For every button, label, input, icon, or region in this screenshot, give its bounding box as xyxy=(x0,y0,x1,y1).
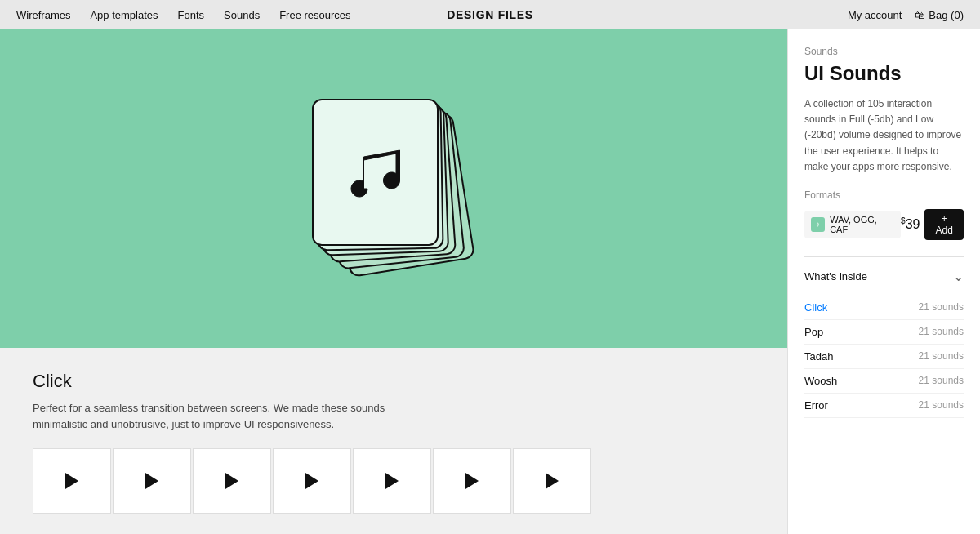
bag-icon: 🛍 xyxy=(915,9,925,21)
play-icon-1 xyxy=(65,473,78,489)
whats-inside-section: What's inside ⌄ Click 21 sounds Pop 21 s… xyxy=(804,256,964,418)
product-price: $39 xyxy=(901,216,920,232)
sound-item-click[interactable]: Click 21 sounds xyxy=(804,296,964,320)
sound-name-woosh: Woosh xyxy=(804,375,837,387)
sound-count-tadah: 21 sounds xyxy=(919,350,964,362)
left-panel: Click Perfect for a seamless transition … xyxy=(0,29,787,534)
brand-logo[interactable]: DESIGN FILES xyxy=(447,8,533,21)
product-title: UI Sounds xyxy=(804,62,964,85)
section-title: Click xyxy=(33,371,755,392)
navbar-right: My account 🛍 Bag (0) xyxy=(848,9,964,21)
player-1[interactable] xyxy=(33,448,111,514)
play-icon-7 xyxy=(546,473,559,489)
music-stack-illustration xyxy=(312,99,475,278)
music-note-icon xyxy=(339,136,412,209)
player-6[interactable] xyxy=(433,448,511,514)
format-music-icon: ♪ xyxy=(811,217,825,232)
player-5[interactable] xyxy=(353,448,431,514)
add-to-bag-button[interactable]: + Add xyxy=(924,209,964,240)
sound-item-error[interactable]: Error 21 sounds xyxy=(804,394,964,418)
sound-item-pop[interactable]: Pop 21 sounds xyxy=(804,320,964,345)
format-row: ♪ WAV, OGG, CAF $39 + Add xyxy=(804,209,964,240)
sound-name-click: Click xyxy=(804,301,827,314)
player-2[interactable] xyxy=(113,448,191,514)
bag-button[interactable]: 🛍 Bag (0) xyxy=(915,9,964,21)
section-description: Perfect for a seamless transition betwee… xyxy=(33,400,441,432)
nav-sounds[interactable]: Sounds xyxy=(224,9,260,21)
nav-app-templates[interactable]: App templates xyxy=(90,9,158,21)
sound-item-tadah[interactable]: Tadah 21 sounds xyxy=(804,345,964,369)
sound-name-error: Error xyxy=(804,399,828,412)
hero-area xyxy=(0,29,787,348)
play-icon-4 xyxy=(305,473,318,489)
sound-count-woosh: 21 sounds xyxy=(919,375,964,386)
players-row xyxy=(33,448,755,514)
product-category: Sounds xyxy=(804,46,964,57)
play-icon-6 xyxy=(466,473,479,489)
play-icon-2 xyxy=(145,473,158,489)
sound-count-pop: 21 sounds xyxy=(919,326,964,337)
navbar: Wireframes App templates Fonts Sounds Fr… xyxy=(0,0,980,29)
formats-label: Formats xyxy=(804,189,964,201)
page-layout: Click Perfect for a seamless transition … xyxy=(0,29,980,534)
whats-inside-title: What's inside xyxy=(804,270,867,283)
sound-item-woosh[interactable]: Woosh 21 sounds xyxy=(804,369,964,394)
price-add-area: $39 + Add xyxy=(901,209,964,240)
format-name: WAV, OGG, CAF xyxy=(830,215,894,234)
sound-count-click: 21 sounds xyxy=(919,301,964,313)
product-description: A collection of 105 interaction sounds i… xyxy=(804,96,964,175)
sound-count-error: 21 sounds xyxy=(919,399,964,411)
whats-inside-header: What's inside ⌄ xyxy=(804,269,964,284)
play-icon-5 xyxy=(385,473,399,489)
nav-free-resources[interactable]: Free resources xyxy=(279,9,350,21)
chevron-up-icon[interactable]: ⌄ xyxy=(953,269,964,284)
play-icon-3 xyxy=(225,473,238,489)
player-7[interactable] xyxy=(513,448,591,514)
sound-name-tadah: Tadah xyxy=(804,350,833,363)
format-badge: ♪ WAV, OGG, CAF xyxy=(804,211,901,238)
my-account-link[interactable]: My account xyxy=(848,9,902,21)
sound-name-pop: Pop xyxy=(804,326,823,338)
stack-card-front xyxy=(312,99,439,246)
nav-fonts[interactable]: Fonts xyxy=(178,9,205,21)
content-area: Click Perfect for a seamless transition … xyxy=(0,348,787,534)
nav-wireframes[interactable]: Wireframes xyxy=(16,9,70,21)
player-3[interactable] xyxy=(193,448,271,514)
bag-label: Bag (0) xyxy=(929,9,964,21)
right-panel: Sounds UI Sounds A collection of 105 int… xyxy=(787,29,980,534)
player-4[interactable] xyxy=(273,448,351,514)
navbar-left: Wireframes App templates Fonts Sounds Fr… xyxy=(16,9,351,21)
